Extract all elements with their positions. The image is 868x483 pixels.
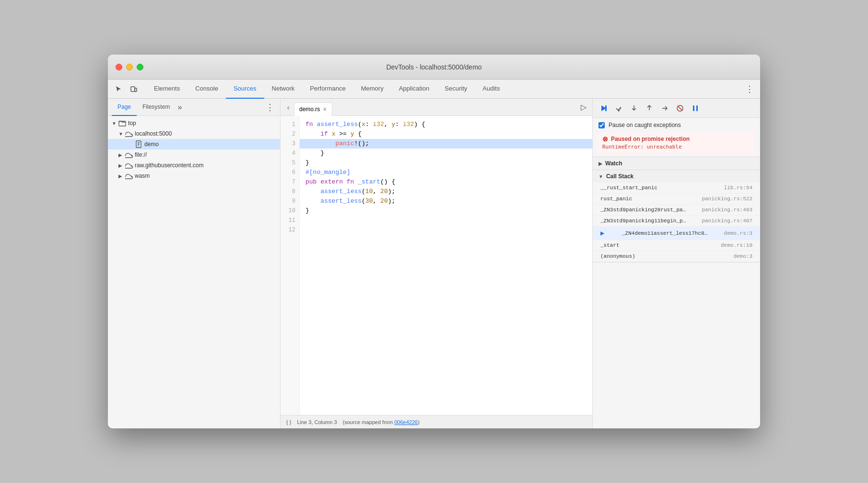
panel-tab-filesystem[interactable]: Filesystem [137,99,176,116]
code-status-bar: { } Line 3, Column 3 (source mapped from… [281,415,592,428]
format-icon[interactable]: { } [286,419,291,425]
paused-title: ⊗ Paused on promise rejection [602,135,751,143]
tree-label-wasm: wasm [135,172,150,179]
tree-item-wasm[interactable]: ▶ wasm [108,171,280,181]
call-stack-section: ▼ Call Stack __rust_start_panic lib.rs:5… [593,170,760,263]
right-panel-content: Pause on caught exceptions ⊗ Paused on p… [593,118,760,428]
line-num-1: 1 [281,120,299,129]
line-num-11: 11 [281,216,299,225]
tree-item-file[interactable]: ▶ file:// [108,150,280,160]
step-button[interactable] [658,102,671,115]
code-tabs: ‹ demo.rs × ▷ [281,99,592,116]
code-line-9: assert_less(10, 20); [300,187,592,196]
left-panel: Page Filesystem » ⋮ ▼ top ▼ localho [108,99,281,428]
paused-error-text: RuntimeError: unreachable [602,144,751,150]
tree-label-top: top [128,120,136,126]
tab-elements[interactable]: Elements [146,80,188,99]
call-stack-item-5[interactable]: _start demo.rs:10 [593,240,760,251]
panel-dots-icon[interactable]: ⋮ [264,102,276,113]
tree-label-demo: demo [144,141,159,148]
code-tab-demo[interactable]: demo.rs × [294,103,332,116]
resume-button[interactable] [597,102,610,115]
device-toggle-icon[interactable] [127,82,141,96]
pause-on-caught-label[interactable]: Pause on caught exceptions [598,122,754,128]
cloud-icon-file [125,151,133,159]
arrow-file: ▶ [118,152,125,158]
tab-audits[interactable]: Audits [475,80,507,99]
file-tree: ▼ top ▼ localhost:5000 demo [108,116,280,428]
file-icon-demo [135,140,142,148]
debugger-toolbar [593,99,760,118]
svg-line-10 [678,106,682,111]
call-stack-item-1[interactable]: rust_panic panicking.rs:522 [593,194,760,205]
tab-console[interactable]: Console [188,80,226,99]
call-stack-loc-0: lib.rs:54 [724,185,752,191]
code-tab-play-icon[interactable]: ▷ [577,103,590,112]
tree-item-raw-github[interactable]: ▶ raw.githubusercontent.com [108,160,280,171]
tab-sources[interactable]: Sources [226,80,264,99]
cursor-icon[interactable] [112,82,125,96]
watch-label: Watch [605,160,622,167]
arrow-raw-github: ▶ [118,163,125,168]
tab-network[interactable]: Network [264,80,303,99]
arrow-top: ▼ [112,121,118,126]
maximize-button[interactable] [137,64,143,70]
code-tab-back-icon[interactable]: ‹ [282,102,294,113]
code-lines: fn assert_less(x: i32, y: i32) { if x >=… [300,116,592,415]
panel-tab-end: ⋮ [264,102,276,113]
tree-label-raw-github: raw.githubusercontent.com [135,162,203,169]
call-stack-header[interactable]: ▼ Call Stack [593,170,760,183]
tree-item-top[interactable]: ▼ top [108,118,280,128]
current-frame-icon: ▶ [600,229,604,237]
tab-application[interactable]: Application [391,80,437,99]
tab-security[interactable]: Security [437,80,475,99]
arrow-localhost: ▼ [118,131,125,137]
line-num-3: 3 [281,139,299,149]
source-map-link[interactable]: 006e4226 [394,419,418,425]
tree-item-demo[interactable]: demo [108,139,280,150]
call-stack-item-0[interactable]: __rust_start_panic lib.rs:54 [593,183,760,194]
tab-memory[interactable]: Memory [353,80,391,99]
paused-banner: ⊗ Paused on promise rejection RuntimeErr… [598,132,754,153]
step-over-button[interactable] [612,102,625,115]
paused-title-text: Paused on promise rejection [611,136,690,142]
call-stack-item-2[interactable]: _ZN3std9panicking20rust_pani... panickin… [593,205,760,216]
minimize-button[interactable] [126,64,133,70]
panel-tab-page[interactable]: Page [112,99,137,116]
cloud-icon-raw-github [125,161,133,169]
pause-on-exceptions-button[interactable] [689,102,702,115]
tree-item-localhost[interactable]: ▼ localhost:5000 [108,128,280,139]
close-button[interactable] [116,64,122,70]
code-tab-name: demo.rs [299,106,320,113]
more-options-icon[interactable]: ⋮ [743,82,756,96]
status-line-col: Line 3, Column 3 [297,419,337,425]
code-line-2: if x >= y { [300,129,592,139]
watch-section: ▶ Watch [593,157,760,170]
watch-header[interactable]: ▶ Watch [593,157,760,170]
line-num-9: 9 [281,196,299,206]
call-stack-item-6[interactable]: (anonymous) demo:3 [593,251,760,262]
panel-tab-more-icon[interactable]: » [176,103,184,112]
svg-rect-1 [135,88,137,92]
call-stack-item-3[interactable]: _ZN3std9panicking11begin_pa... panicking… [593,216,760,227]
pause-on-caught-checkbox[interactable] [598,122,605,128]
call-stack-name-2: _ZN3std9panicking20rust_pani... [600,207,687,213]
code-line-8: pub extern fn _start() { [300,177,592,187]
pause-on-caught-text: Pause on caught exceptions [609,122,681,128]
call-stack-loc-6: demo:3 [733,253,752,259]
titlebar: DevTools - localhost:5000/demo [108,55,760,80]
tab-performance[interactable]: Performance [302,80,353,99]
step-into-button[interactable] [627,102,641,115]
cloud-icon-localhost [125,130,133,138]
folder-icon-top [118,119,126,127]
call-stack-name-6: (anonymous) [600,253,687,259]
step-out-button[interactable] [643,102,656,115]
deactivate-breakpoints-button[interactable] [673,102,687,115]
call-stack-item-4[interactable]: ▶ _ZN4demo11assert_less17hc8... demo.rs:… [593,227,760,240]
tree-label-localhost: localhost:5000 [135,130,172,137]
code-line-5: } [300,158,592,168]
code-tab-close-icon[interactable]: × [323,105,327,113]
code-line-11: } [300,206,592,216]
svg-rect-5 [605,105,607,111]
watch-arrow-icon: ▶ [598,161,602,166]
